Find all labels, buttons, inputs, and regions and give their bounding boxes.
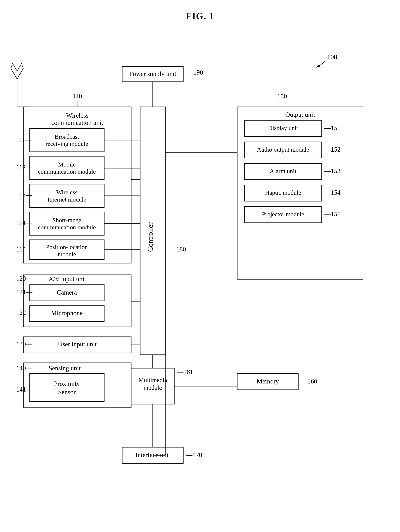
projector-module-label: Projector module	[262, 211, 304, 217]
user-input-label: User input unit	[58, 341, 97, 348]
short-range-label2: communication module	[38, 224, 96, 231]
wireless-internet-box	[30, 184, 104, 208]
wireless-comm-label2: communication unit	[52, 119, 103, 126]
wireless-internet-label1: Wireless	[56, 189, 77, 196]
ref-154: —154	[324, 189, 341, 196]
ref-122: 122—	[16, 309, 32, 316]
ref-110: 110	[73, 93, 82, 100]
sensing-unit-label: Sensing unit	[49, 365, 81, 372]
antenna-right-arm	[17, 68, 23, 79]
proximity-sensor-label1: Proximity	[54, 380, 80, 387]
short-range-label1: Short-range	[52, 217, 81, 223]
ref-151: —151	[324, 124, 341, 132]
multimedia-label2: module	[144, 384, 162, 391]
ref-113: 113—	[16, 191, 32, 198]
controller-label: Controller	[146, 222, 154, 252]
broadcast-label1: Broadcast	[55, 133, 79, 140]
ref-111: 111—	[16, 136, 32, 143]
position-location-label2: module	[58, 251, 76, 258]
wireless-comm-label1: Wireless	[66, 112, 89, 119]
ref-114: 114—	[16, 219, 32, 226]
position-location-label1: Position-location	[46, 244, 88, 250]
ref-115: 115—	[16, 246, 32, 253]
alarm-unit-label: Alarm unit	[270, 168, 297, 174]
antenna-left-top1	[11, 65, 13, 68]
broadcast-label2: receiving module	[46, 140, 88, 147]
ref-153: —153	[324, 167, 341, 175]
antenna-right-top1	[22, 65, 23, 68]
ref-190: —190	[187, 69, 203, 76]
mobile-comm-label2: communication module	[38, 168, 96, 175]
ref-181: —181	[177, 368, 193, 375]
ref-140: 140—	[16, 365, 32, 372]
ref-180: —180	[170, 246, 186, 253]
display-unit-label: Display unit	[268, 125, 298, 131]
output-unit-label: Output unit	[285, 111, 315, 118]
ref-150: 150	[277, 93, 287, 100]
power-supply-label: Power supply unit	[129, 70, 176, 77]
av-input-label: A/V input unit	[49, 275, 86, 283]
ref-100: 100	[327, 53, 337, 61]
mobile-comm-label1: Mobile	[58, 161, 76, 168]
wireless-internet-label2: Internet module	[47, 196, 86, 203]
ref-130: 130—	[16, 341, 32, 348]
proximity-sensor-box	[30, 374, 104, 401]
ref-141: 141—	[16, 386, 32, 393]
ref-121: 121—	[16, 288, 32, 296]
ref-120: 120—	[16, 275, 32, 282]
microphone-label: Microphone	[51, 310, 83, 317]
ref-155: —155	[324, 210, 341, 218]
ref-152: —152	[324, 146, 341, 153]
ref-112: 112—	[16, 164, 32, 171]
audio-output-label: Audio output module	[257, 146, 309, 153]
ref-160: —160	[301, 378, 317, 385]
proximity-sensor-label2: Sensor	[58, 388, 76, 396]
haptic-module-label: Haptic module	[265, 189, 301, 196]
short-range-box	[30, 212, 104, 235]
memory-label: Memory	[257, 378, 279, 385]
mobile-comm-box	[30, 156, 104, 180]
antenna-triangle	[12, 62, 22, 71]
ref-100-arrow	[316, 61, 325, 67]
camera-label: Camera	[57, 289, 77, 296]
multimedia-label1: Multimedia	[139, 377, 167, 383]
antenna-left-arm	[11, 68, 17, 79]
broadcast-box	[30, 128, 104, 152]
ref-170: —170	[186, 451, 202, 459]
interface-unit-label: Interface unit	[135, 451, 170, 459]
